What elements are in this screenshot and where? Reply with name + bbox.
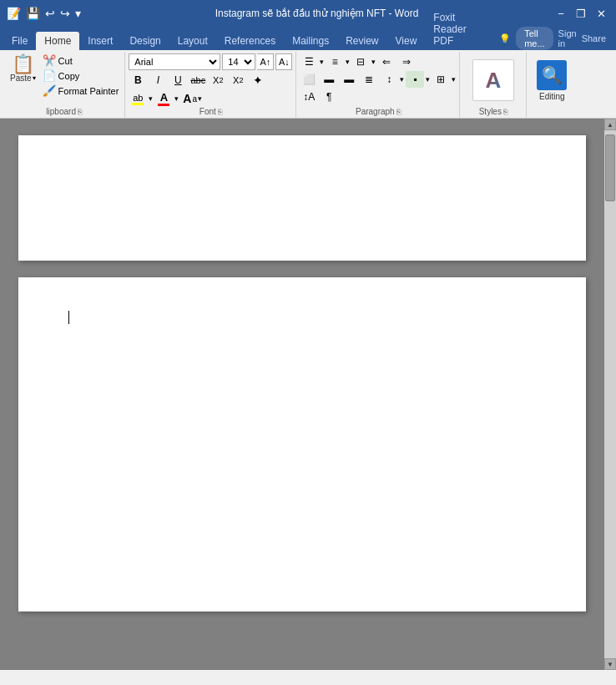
editing-label: Editing xyxy=(539,92,565,101)
multilevel-dropdown-icon[interactable]: ▾ xyxy=(371,58,376,66)
paste-dropdown-icon[interactable]: ▾ xyxy=(33,74,36,82)
highlight-dropdown-icon[interactable]: ▾ xyxy=(149,94,153,103)
paragraph-content: ☰ ▾ ≡ ▾ ⊟ ▾ ⇐ ⇒ ⬜ ▬ ▬ ≣ ↕ ▾ ▪ ▾ ⊞ ▾ xyxy=(300,53,456,107)
tab-foxit[interactable]: Foxit Reader PDF xyxy=(425,8,492,50)
vertical-scrollbar[interactable]: ▲ ▼ xyxy=(604,119,616,670)
clipboard-expand-icon[interactable]: ⎘ xyxy=(78,108,82,116)
cut-button[interactable]: ✂️ Cut xyxy=(40,53,122,68)
tab-insert[interactable]: Insert xyxy=(79,32,121,50)
styles-preview-box: A xyxy=(472,59,514,101)
cut-label: Cut xyxy=(58,56,73,66)
paragraph-label: Paragraph ⎘ xyxy=(300,107,456,118)
change-case-dropdown-icon[interactable]: ▾ xyxy=(198,94,202,103)
font-name-select[interactable]: Arial xyxy=(129,53,220,70)
numbered-dropdown-icon[interactable]: ▾ xyxy=(346,58,350,66)
multilevel-list-button[interactable]: ⊟ xyxy=(351,53,370,70)
format-painter-button[interactable]: 🖌️ Format Painter xyxy=(40,84,122,98)
format-painter-icon: 🖌️ xyxy=(43,84,56,97)
text-cursor xyxy=(68,311,69,324)
align-center-button[interactable]: ▬ xyxy=(320,71,338,88)
italic-button[interactable]: I xyxy=(149,72,167,89)
signin-button[interactable]: Sign in xyxy=(558,28,577,48)
increase-indent-button[interactable]: ⇒ xyxy=(397,53,416,70)
text-highlight-button[interactable]: ab xyxy=(129,90,147,107)
strikethrough-button[interactable]: abc xyxy=(189,72,207,89)
tab-file[interactable]: File xyxy=(3,32,36,50)
editing-group-label xyxy=(530,107,573,118)
paste-button[interactable]: 📋 Paste ▾ xyxy=(7,53,39,84)
tab-references[interactable]: References xyxy=(216,32,284,50)
clear-format-button[interactable]: ✦ xyxy=(249,72,267,89)
tell-me-input[interactable]: Tell me... xyxy=(516,27,553,50)
scroll-down-button[interactable]: ▼ xyxy=(604,658,616,670)
redo-icon[interactable]: ↪ xyxy=(60,7,70,20)
editing-group: 🔍 Editing xyxy=(527,52,577,118)
copy-label: Copy xyxy=(58,71,80,81)
line-spacing-dropdown-icon[interactable]: ▾ xyxy=(400,75,404,84)
close-button[interactable]: ✕ xyxy=(593,5,609,22)
ribbon: 📋 Paste ▾ ✂️ Cut 📄 Copy 🖌️ Format Painte xyxy=(0,50,616,119)
tab-view[interactable]: View xyxy=(387,32,426,50)
tab-review[interactable]: Review xyxy=(337,32,386,50)
tab-mailings[interactable]: Mailings xyxy=(284,32,337,50)
customize-icon[interactable]: ▾ xyxy=(75,7,81,20)
page-2[interactable] xyxy=(18,277,586,611)
change-case-small-icon: a xyxy=(192,94,197,104)
font-color-icon: A xyxy=(160,91,168,104)
page-1[interactable] xyxy=(18,135,586,261)
bullet-dropdown-icon[interactable]: ▾ xyxy=(320,58,324,66)
subscript-button[interactable]: X2 xyxy=(209,72,227,89)
copy-button[interactable]: 📄 Copy xyxy=(40,68,122,83)
title-bar-controls: − ❐ ✕ xyxy=(553,5,609,22)
border-button[interactable]: ⊞ xyxy=(432,71,450,88)
share-button[interactable]: Share xyxy=(582,33,606,43)
restore-button[interactable]: ❐ xyxy=(573,5,589,22)
justify-button[interactable]: ≣ xyxy=(360,71,378,88)
paragraph-expand-icon[interactable]: ⎘ xyxy=(396,108,401,116)
font-color-dropdown-icon[interactable]: ▾ xyxy=(174,94,179,103)
editing-icon-box: 🔍 xyxy=(537,60,567,90)
scroll-up-button[interactable]: ▲ xyxy=(604,119,616,130)
undo-icon[interactable]: ↩ xyxy=(45,7,55,20)
highlight-color-bar xyxy=(132,103,144,105)
scroll-thumb[interactable] xyxy=(605,134,615,201)
bold-button[interactable]: B xyxy=(129,72,147,89)
line-spacing-button[interactable]: ↕ xyxy=(380,71,398,88)
underline-button[interactable]: U xyxy=(169,72,187,89)
clipboard-label: lipboard ⎘ xyxy=(7,107,121,118)
font-expand-icon[interactable]: ⎘ xyxy=(218,108,222,116)
editing-button[interactable]: 🔍 Editing xyxy=(531,58,573,104)
show-formatting-button[interactable]: ¶ xyxy=(320,89,338,105)
save-icon[interactable]: 💾 xyxy=(26,7,40,20)
tab-layout[interactable]: Layout xyxy=(169,32,216,50)
superscript-button[interactable]: X2 xyxy=(229,72,247,89)
font-content: Arial 14 A↑ A↓ B I U abc X2 X2 ✦ ab xyxy=(129,53,292,107)
minimize-button[interactable]: − xyxy=(553,5,569,22)
change-case-button[interactable]: A a ▾ xyxy=(180,90,204,107)
align-right-button[interactable]: ▬ xyxy=(340,71,358,88)
shading-dropdown-icon[interactable]: ▾ xyxy=(426,75,430,84)
styles-group: A Styles ⎘ xyxy=(460,52,527,118)
styles-a-icon: A xyxy=(485,68,501,94)
styles-button[interactable]: A xyxy=(467,57,519,104)
clipboard-group: 📋 Paste ▾ ✂️ Cut 📄 Copy 🖌️ Format Painte xyxy=(3,52,125,118)
font-color-row: ab ▾ A ▾ A a ▾ xyxy=(129,90,204,107)
document-scroll[interactable] xyxy=(0,119,604,670)
align-left-button[interactable]: ⬜ xyxy=(300,71,318,88)
tab-design[interactable]: Design xyxy=(121,32,169,50)
sort-button[interactable]: ↕A xyxy=(300,89,318,105)
numbered-list-button[interactable]: ≡ xyxy=(326,53,344,70)
tab-home[interactable]: Home xyxy=(36,32,79,50)
bullet-list-button[interactable]: ☰ xyxy=(300,53,318,70)
font-size-select[interactable]: 14 xyxy=(222,53,255,70)
styles-expand-icon[interactable]: ⎘ xyxy=(503,108,507,116)
shading-button[interactable]: ▪ xyxy=(406,71,424,88)
font-group: Arial 14 A↑ A↓ B I U abc X2 X2 ✦ ab xyxy=(125,52,296,118)
decrease-indent-button[interactable]: ⇐ xyxy=(377,53,396,70)
font-size-increase-button[interactable]: A↑ xyxy=(257,53,274,70)
font-color-button[interactable]: A xyxy=(154,90,173,107)
font-size-decrease-button[interactable]: A↓ xyxy=(275,53,292,70)
border-dropdown-icon[interactable]: ▾ xyxy=(452,75,456,84)
scroll-track[interactable] xyxy=(604,130,616,658)
font-label-text: Font xyxy=(199,107,216,116)
